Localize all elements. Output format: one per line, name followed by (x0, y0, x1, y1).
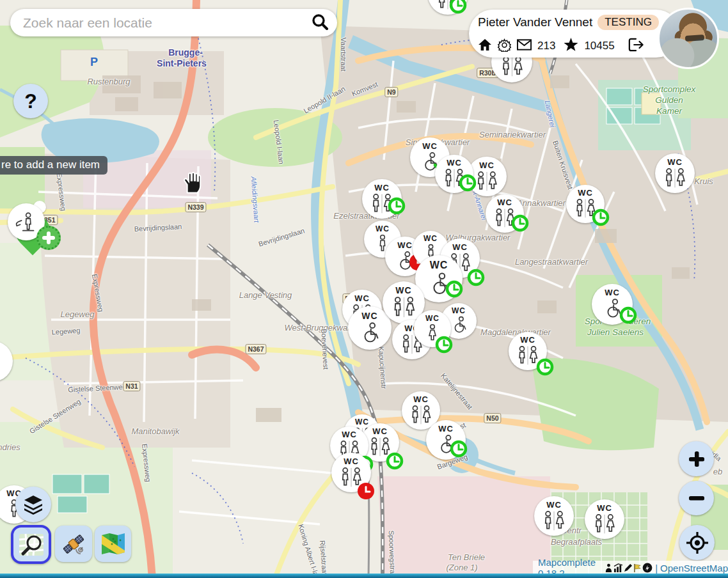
osm-carto-icon (18, 532, 45, 558)
wc-label: WC (397, 241, 413, 249)
zoom-out-button[interactable] (679, 481, 714, 515)
wheelchair-pictogram-icon (352, 321, 387, 345)
zoom-in-button[interactable] (679, 441, 714, 476)
wc-label: WC (597, 504, 612, 512)
mf-pictogram-icon (366, 192, 398, 215)
wheelchair-pictogram-icon (596, 297, 629, 320)
wc-label: WC (413, 395, 429, 403)
wc-label: WC (430, 260, 448, 270)
toilet-marker[interactable]: WC (592, 284, 633, 325)
wc-label: WC (354, 294, 370, 302)
wc-label: WC (452, 243, 468, 251)
mf-pictogram-icon (496, 55, 528, 78)
theme-footer-bar (0, 574, 728, 578)
add-plus-icon[interactable] (36, 226, 61, 250)
wc-label: WC (546, 501, 562, 509)
user-avatar[interactable] (658, 8, 719, 69)
mf-pictogram-icon (406, 404, 436, 426)
settings-gear-icon[interactable] (498, 38, 511, 54)
username: Pieter Vander Vennet (478, 15, 592, 29)
geolocate-button[interactable] (679, 525, 715, 560)
wc-label: WC (422, 142, 438, 150)
mf-pictogram-icon (538, 510, 570, 532)
stars-count: 10455 (584, 40, 614, 52)
mf-pictogram-icon (589, 513, 621, 535)
minus-icon (687, 488, 706, 508)
woman-pictogram-icon (418, 323, 447, 343)
mf-pictogram-icon (439, 168, 470, 189)
satellite-icon (61, 531, 86, 557)
messages-count: 213 (537, 40, 555, 52)
wc-label: WC (361, 311, 377, 320)
wc-label: WC (479, 161, 495, 169)
mf-pictogram-icon (432, 0, 464, 11)
mf-pictogram-icon (335, 466, 367, 488)
toilet-marker[interactable]: WC (435, 155, 473, 193)
openstreetmap-link[interactable]: OpenStreetMap (660, 563, 728, 574)
mf-pictogram-icon (570, 198, 601, 219)
wc-label: WC (578, 189, 593, 197)
wc-label: WC (447, 159, 462, 167)
wc-label: WC (423, 235, 438, 242)
mf-pictogram-icon (471, 170, 503, 192)
background-osm-carto-button[interactable] (11, 525, 51, 564)
home-icon[interactable] (478, 38, 492, 54)
wheelchair-pictogram-icon (430, 434, 462, 456)
background-map-button[interactable] (95, 526, 131, 562)
toilet-marker[interactable]: WC (331, 453, 371, 492)
wc-label: WC (667, 158, 683, 166)
wc-label: WC (497, 198, 512, 207)
wc-label: WC (438, 425, 454, 433)
toilet-marker[interactable]: WC (414, 310, 451, 347)
wheelchair-pictogram-icon (420, 271, 458, 297)
star-icon[interactable] (564, 38, 578, 54)
search-input[interactable] (22, 15, 310, 31)
flag-icon[interactable] (633, 563, 642, 573)
mf-pictogram-icon (387, 295, 421, 319)
search-bar (10, 9, 337, 36)
toilet-marker[interactable]: WC (585, 499, 624, 539)
wc-label: WC (355, 418, 369, 426)
background-satellite-button[interactable] (55, 526, 92, 562)
wc-label: WC (395, 286, 411, 295)
user-panel[interactable]: Pieter Vander Vennet TESTING 213 10455 (469, 10, 680, 58)
mf-pictogram-icon (489, 207, 520, 229)
contributors-icon[interactable] (605, 563, 613, 573)
mastodon-icon[interactable] (642, 563, 653, 573)
plus-icon (687, 449, 706, 469)
mf-pictogram-icon (512, 345, 543, 366)
logout-icon[interactable] (628, 38, 644, 54)
wc-label: WC (342, 430, 357, 439)
wc-label: WC (425, 315, 439, 322)
wc-label: WC (452, 307, 466, 315)
testing-badge: TESTING (597, 15, 659, 30)
toilet-marker[interactable]: WC (426, 420, 466, 460)
mf-pictogram-icon (365, 436, 395, 458)
edit-pencil-icon[interactable] (624, 563, 633, 572)
hand-cursor-icon (179, 168, 203, 198)
toilet-marker[interactable]: WC (655, 153, 695, 193)
wc-label: WC (520, 336, 535, 344)
toilet-marker[interactable]: WC (509, 332, 547, 370)
toilet-marker[interactable]: WC (566, 185, 605, 223)
woman-pictogram-icon (0, 354, 9, 377)
toilet-marker[interactable]: WC (534, 496, 574, 536)
layers-button[interactable] (15, 487, 51, 522)
messages-envelope-icon[interactable] (517, 39, 532, 53)
attribution-separator: | (655, 563, 658, 574)
help-button[interactable]: ? (13, 84, 48, 118)
attribution-bar: Mapcomplete 0.18.2 | OpenStreetMap (533, 561, 728, 575)
statistics-icon[interactable] (613, 563, 623, 572)
wc-label: WC (605, 288, 620, 297)
layers-icon (22, 494, 44, 515)
search-icon[interactable] (310, 12, 329, 34)
toilet-marker[interactable]: WC (362, 179, 402, 219)
wc-label: WC (372, 427, 388, 435)
mf-pictogram-icon (659, 167, 691, 189)
attribution-icons (605, 563, 653, 573)
wc-label: WC (374, 184, 390, 192)
crosshair-icon (686, 531, 709, 554)
folded-map-icon (100, 533, 126, 556)
toilet-marker[interactable]: WC (486, 194, 524, 233)
wc-label: WC (376, 225, 390, 233)
